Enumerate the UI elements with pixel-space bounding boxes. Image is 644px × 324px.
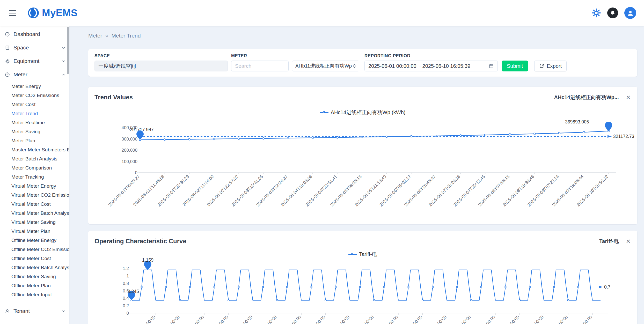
chevron-down-icon [62,59,65,63]
legend-line-marker-icon [348,253,357,256]
svg-text:1.2: 1.2 [123,266,129,271]
sidebar-subitem-virtual-meter-co2-emissions[interactable]: Virtual Meter CO2 Emissions [0,190,69,200]
sidebar-item-label: Meter [13,71,27,78]
sidebar-subitem-master-meter-submeters-balance[interactable]: Master Meter Submeters Balance [0,145,69,154]
sidebar-subitem-meter-realtime[interactable]: Meter Realtime [0,118,69,127]
sidebar-subitem-meter-batch-analysis[interactable]: Meter Batch Analysis [0,154,69,163]
brand-name: MyEMS [42,8,78,19]
app-header: MyEMS [0,0,644,26]
sidebar-subitem-meter-energy[interactable]: Meter Energy [0,82,69,91]
svg-text:200,000: 200,000 [122,148,137,153]
submit-button[interactable]: Submit [502,61,528,71]
sidebar-subitem-meter-trend[interactable]: Meter Trend [0,109,69,118]
svg-text:00:00:00: 00:00:00 [505,314,520,324]
notifications-bell-icon[interactable] [607,8,618,18]
space-input[interactable] [94,61,228,71]
oc-series-selector[interactable]: Tariff-电 [599,238,619,245]
sidebar-item-label: Space [13,45,29,51]
svg-text:0.8: 0.8 [123,281,129,286]
sidebar-item-label: Tenant [13,308,30,314]
sidebar-item-equipment[interactable]: Equipment [0,54,69,68]
export-icon [539,63,544,69]
sidebar-subitem-virtual-meter-plan[interactable]: Virtual Meter Plan [0,227,69,236]
sidebar-item-space[interactable]: Space [0,41,69,54]
sidebar-subitem-meter-saving[interactable]: Meter Saving [0,127,69,136]
svg-text:1: 1 [127,274,129,278]
oc-line-chart: 00.20.40.60.811.212:00:0000:00:0012:00:0… [88,257,637,324]
header-actions [592,7,636,19]
breadcrumb-separator: » [105,33,108,39]
oc-legend[interactable]: Tariff-电 [88,251,637,258]
sidebar-item-dashboard[interactable]: Dashboard [0,27,69,41]
meter-submenu: Meter EnergyMeter CO2 EmissionsMeter Cos… [0,81,69,301]
svg-text:12:00:00: 12:00:00 [238,314,253,324]
reporting-period-input[interactable]: 2025-06-01 00:00:00 ~ 2025-06-10 16:05:3… [364,61,498,71]
trend-legend[interactable]: AHc14进线柜正向有功Wp (kWh) [88,109,637,116]
oc-card-title: Operating Characteristic Curve [94,238,186,245]
chevron-down-icon [62,46,65,50]
meter-select-value: AHb11进线柜正向有功Wp [295,63,352,69]
svg-text:00:00:00: 00:00:00 [359,314,375,324]
svg-text:1.159: 1.159 [142,257,153,263]
meter-search-input[interactable] [231,61,289,71]
trend-close-icon[interactable]: × [626,93,631,101]
svg-text:0.4: 0.4 [123,296,129,301]
reporting-period-label: REPORTING PERIOD [364,53,498,58]
sidebar-subitem-meter-co2-emissions[interactable]: Meter CO2 Emissions [0,91,69,100]
trend-line-chart: 0100,000200,000300,000400,0002025-06-01T… [88,115,637,224]
sidebar-subitem-virtual-meter-saving[interactable]: Virtual Meter Saving [0,218,69,227]
sidebar-subitem-virtual-meter-cost[interactable]: Virtual Meter Cost [0,200,69,209]
svg-text:0.7: 0.7 [604,284,610,290]
trend-series-selector[interactable]: AHc14进线柜正向有功Wp... [554,94,619,101]
svg-text:00:00:00: 00:00:00 [408,314,423,324]
export-label: Export [547,63,562,69]
sidebar-subitem-offline-meter-batch-analysis[interactable]: Offline Meter Batch Analysis [0,263,69,272]
export-button[interactable]: Export [534,61,567,71]
brand-logo[interactable]: MyEMS [27,7,78,19]
sidebar-subitem-offline-meter-input[interactable]: Offline Meter Input [0,290,69,299]
trend-card-title: Trend Values [94,94,133,101]
trend-legend-label: AHc14进线柜正向有功Wp (kWh) [331,109,406,116]
svg-text:12:00:00: 12:00:00 [141,314,156,324]
breadcrumb: Meter » Meter Trend [88,33,637,39]
sidebar-item-tenant[interactable]: Tenant [0,304,69,318]
user-avatar[interactable] [624,7,636,19]
brand-logo-icon [27,7,39,19]
tenant-icon [5,309,10,314]
svg-text:00:00:00: 00:00:00 [262,314,278,324]
sidebar-subitem-meter-cost[interactable]: Meter Cost [0,100,69,109]
sidebar-subitem-virtual-meter-energy[interactable]: Virtual Meter Energy [0,181,69,190]
sidebar-subitem-offline-meter-saving[interactable]: Offline Meter Saving [0,272,69,281]
settings-gear-icon[interactable] [592,8,601,18]
sidebar-nav: DashboardSpaceEquipmentMeterMeter Energy… [0,27,69,318]
sidebar-subitem-meter-plan[interactable]: Meter Plan [0,136,69,145]
svg-text:12:00:00: 12:00:00 [335,314,350,324]
breadcrumb-current: Meter Trend [111,33,141,39]
svg-text:100,000: 100,000 [122,159,137,164]
sidebar-subitem-offline-meter-cost[interactable]: Offline Meter Cost [0,254,69,263]
trend-values-card: Trend Values AHc14进线柜正向有功Wp... × AHc14进线… [88,87,637,224]
sidebar-subitem-virtual-meter-batch-analysis[interactable]: Virtual Meter Batch Analysis [0,209,69,218]
sidebar: DashboardSpaceEquipmentMeterMeter Energy… [0,26,69,324]
svg-text:00:00:00: 00:00:00 [456,314,472,324]
chevron-down-icon [62,309,65,313]
meter-select[interactable]: AHb11进线柜正向有功Wp [292,61,359,71]
sidebar-scrollbar[interactable] [67,27,69,74]
sidebar-item-label: Equipment [13,58,39,64]
svg-text:291717.987: 291717.987 [130,127,153,132]
hamburger-menu-button[interactable] [8,9,17,17]
sidebar-subitem-offline-meter-plan[interactable]: Offline Meter Plan [0,281,69,290]
sidebar-subitem-offline-meter-energy[interactable]: Offline Meter Energy [0,236,69,245]
reporting-period-value: 2025-06-01 00:00:00 ~ 2025-06-10 16:05:3… [368,63,470,69]
sidebar-subitem-meter-tracking[interactable]: Meter Tracking [0,172,69,181]
sidebar-subitem-meter-comparison[interactable]: Meter Comparison [0,163,69,172]
main-content: Meter » Meter Trend SPACE METER AHb11进线柜… [69,26,644,324]
sidebar-subitem-offline-meter-co2-emissions[interactable]: Offline Meter CO2 Emissions [0,245,69,254]
space-label: SPACE [94,53,228,58]
oc-close-icon[interactable]: × [626,237,631,245]
dashboard-icon [5,32,10,37]
svg-text:12:00:00: 12:00:00 [189,314,205,324]
sidebar-item-meter[interactable]: Meter [0,68,69,81]
svg-text:00:00:00: 00:00:00 [165,314,181,324]
breadcrumb-meter-link[interactable]: Meter [88,33,102,39]
